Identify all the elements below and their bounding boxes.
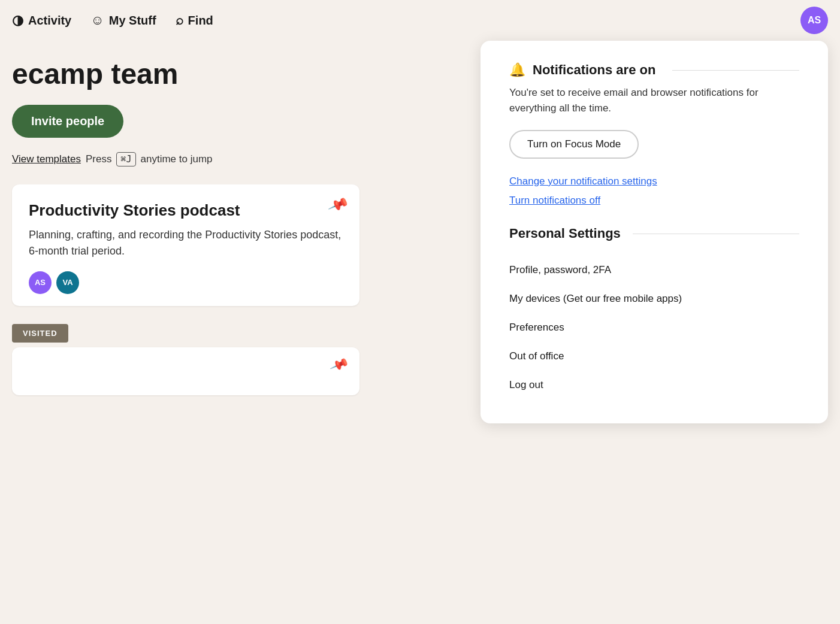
team-title: ecamp team [12,59,359,90]
notifications-title: Notifications are on [533,62,655,78]
nav-mystuff[interactable]: ☺ My Stuff [90,13,156,28]
nav-find-label: Find [188,14,213,28]
nav-activity-label: Activity [28,14,71,28]
change-notification-settings-link[interactable]: Change your notification settings [509,175,799,187]
notifications-description: You're set to receive email and browser … [509,85,799,116]
activity-icon: ◑ [12,13,23,28]
mystuff-icon: ☺ [90,13,104,28]
project-title: Productivity Stories podcast [29,201,343,220]
turn-notifications-off-link[interactable]: Turn notifications off [509,195,799,207]
personal-settings-section: Personal Settings [509,226,799,241]
settings-item[interactable]: Log out [509,371,799,399]
shortcut-press: Press [86,153,111,165]
header-divider [672,70,799,71]
invite-people-button[interactable]: Invite people [12,105,123,138]
pin-grey-icon: 📌 [329,355,349,375]
settings-items-list: Profile, password, 2FAMy devices (Get ou… [509,256,799,399]
project-avatars: AS VA [29,271,343,294]
find-icon: ⌕ [176,13,183,28]
project-description: Planning, crafting, and recording the Pr… [29,227,343,259]
visited-badge: VISITED [12,324,68,343]
focus-mode-button[interactable]: Turn on Focus Mode [509,130,639,159]
avatar-as: AS [29,271,52,294]
notifications-header: 🔔 Notifications are on [509,62,799,78]
shortcut-after: anytime to jump [141,153,213,165]
view-templates-link[interactable]: View templates [12,153,81,165]
personal-settings-title: Personal Settings [509,226,621,241]
user-avatar-top[interactable]: AS [800,7,828,34]
settings-divider [633,234,799,234]
nav-find[interactable]: ⌕ Find [176,13,213,28]
nav-activity[interactable]: ◑ Activity [12,13,71,28]
top-nav: ◑ Activity ☺ My Stuff ⌕ Find AS [0,0,840,41]
settings-item[interactable]: Profile, password, 2FA [509,256,799,284]
visited-badge-container: VISITED [12,318,359,343]
bell-icon: 🔔 [509,62,525,78]
settings-item[interactable]: Preferences [509,313,799,342]
settings-item[interactable]: Out of office [509,342,799,371]
project-card[interactable]: 📌 Productivity Stories podcast Planning,… [12,184,359,306]
shortcuts-row: View templates Press ⌘J anytime to jump [12,152,359,166]
nav-mystuff-label: My Stuff [109,14,156,28]
left-panel: ecamp team Invite people View templates … [0,41,371,624]
notifications-dropdown: 🔔 Notifications are on You're set to rec… [481,41,828,423]
settings-item[interactable]: My devices (Get our free mobile apps) [509,284,799,313]
shortcut-key: ⌘J [116,152,135,166]
avatar-va: VA [56,271,79,294]
bottom-card-partial[interactable]: 📌 [12,347,359,395]
